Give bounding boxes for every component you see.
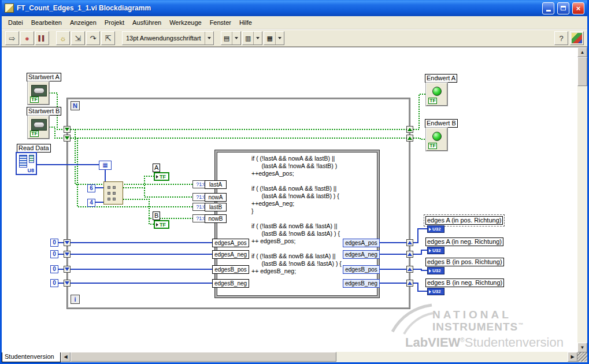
menu-anzeigen[interactable]: Anzeigen: [66, 17, 101, 28]
zero-constant[interactable]: 0: [50, 279, 58, 287]
shift-register-right-b[interactable]: [406, 135, 413, 142]
step-over-button[interactable]: ↷: [86, 31, 100, 45]
formula-input-edgesA-pos[interactable]: edgesA_pos: [212, 239, 249, 247]
indicator-arrow-icon: [156, 175, 158, 179]
titlebar: FT_Count_Edges_1_1.vi Blockdiagramm ×: [2, 0, 587, 16]
endwert-b-indicator[interactable]: TF: [426, 128, 447, 151]
startwert-b-control[interactable]: TF: [28, 116, 49, 139]
horizontal-scroll-thumb[interactable]: [71, 352, 336, 362]
abort-button[interactable]: ●: [20, 31, 34, 45]
step-out-button[interactable]: ⇱: [101, 31, 115, 45]
help-button[interactable]: ?: [554, 31, 568, 45]
shift-register-right-edgesB-neg[interactable]: [406, 280, 413, 287]
menu-ausfuehren[interactable]: Ausführen: [128, 17, 165, 28]
formula-input-edgesA-neg[interactable]: edgesA_neg: [212, 250, 249, 259]
formula-output-edgesA-pos[interactable]: edgesA_pos: [343, 239, 380, 247]
zero-constant[interactable]: 0: [50, 265, 58, 273]
formula-output-edgesB-neg[interactable]: edgesB_neg: [343, 279, 380, 288]
led-icon: [432, 87, 442, 96]
array-function-icon[interactable]: ▦: [99, 161, 112, 170]
run-icon: ⇨: [9, 34, 16, 43]
vertical-scrollbar[interactable]: ▲ ▼: [577, 47, 587, 352]
endwert-a-indicator[interactable]: TF: [426, 83, 447, 106]
formula-input-edgesB-neg[interactable]: edgesB_neg: [212, 279, 249, 288]
index-constant-4[interactable]: 4: [87, 199, 95, 207]
loop-count-terminal[interactable]: N: [71, 101, 80, 110]
formula-output-edgesB-pos[interactable]: edgesB_pos: [343, 265, 380, 274]
distribute-objects-dropdown[interactable]: ▥: [242, 31, 262, 45]
read-data-control[interactable]: U8: [16, 152, 37, 175]
align-objects-dropdown[interactable]: ▤: [221, 31, 241, 45]
resize-objects-dropdown[interactable]: ▦: [264, 31, 284, 45]
formula-input-lastB[interactable]: lastB: [205, 203, 227, 211]
edges-a-pos-label: edges A (in pos. Richtung): [425, 216, 503, 225]
edges-a-pos-terminal[interactable]: U32: [427, 225, 444, 233]
menu-hilfe[interactable]: Hilfe: [235, 17, 256, 28]
formula-output-edgesA-neg[interactable]: edgesA_neg: [343, 250, 380, 259]
edges-a-neg-terminal[interactable]: U32: [427, 247, 444, 254]
block-diagram-canvas[interactable]: NATIONAL INSTRUMENTS™ LabVIEW®Studentenv…: [2, 47, 577, 352]
index-array-function[interactable]: [103, 181, 123, 205]
shift-register-left-edgesA-neg[interactable]: [64, 251, 71, 258]
slide-switch-icon: [31, 119, 47, 131]
indicator-arrow-icon: [429, 269, 431, 273]
index-constant-6[interactable]: 6: [87, 184, 95, 192]
loop-iteration-terminal[interactable]: i: [71, 295, 80, 304]
zero-constant[interactable]: 0: [50, 239, 58, 247]
resize-grip[interactable]: [577, 352, 587, 362]
distribute-objects-icon: ▥: [243, 35, 253, 42]
menubar: Datei Bearbeiten Anzeigen Projekt Ausfüh…: [2, 16, 587, 29]
boolean-type-label: TF: [30, 131, 39, 137]
zero-constant[interactable]: 0: [50, 250, 58, 258]
edges-b-neg-terminal[interactable]: U32: [427, 288, 444, 295]
arrow-up-icon: ▲: [580, 50, 585, 55]
horizontal-scrollbar[interactable]: [71, 352, 568, 362]
shift-register-left-edgesB-pos[interactable]: [64, 266, 71, 273]
maximize-button[interactable]: [557, 2, 569, 14]
slide-switch-icon: [31, 85, 47, 96]
menu-projekt[interactable]: Projekt: [101, 17, 128, 28]
edges-b-pos-terminal[interactable]: U32: [427, 267, 444, 274]
formula-input-nowB[interactable]: nowB: [205, 214, 227, 223]
ni-logo-button[interactable]: [570, 31, 584, 45]
menu-datei[interactable]: Datei: [4, 17, 27, 28]
shift-register-right-edgesA-neg[interactable]: [406, 251, 413, 258]
boolean-type-label: TF: [30, 96, 39, 103]
scroll-down-button[interactable]: ▼: [577, 343, 587, 352]
scroll-left-button[interactable]: ◀: [61, 352, 71, 362]
menu-bearbeiten[interactable]: Bearbeiten: [27, 17, 66, 28]
edition-tab: Studentenversion: [2, 352, 61, 362]
block-diagram-workspace: NATIONAL INSTRUMENTS™ LabVIEW®Studentenv…: [2, 47, 587, 352]
vertical-scroll-thumb[interactable]: [577, 57, 587, 86]
run-button[interactable]: ⇨: [5, 31, 19, 45]
shift-register-right-edgesA-pos[interactable]: [406, 239, 413, 246]
startwert-b-label: Startwert B: [27, 107, 61, 116]
b-indicator-terminal[interactable]: TF: [154, 220, 169, 229]
help-icon: ?: [559, 34, 563, 43]
highlight-execution-button[interactable]: ☼: [56, 31, 70, 45]
startwert-a-control[interactable]: TF: [28, 81, 49, 105]
close-button[interactable]: ×: [572, 2, 584, 14]
menu-werkzeuge[interactable]: Werkzeuge: [165, 17, 205, 28]
formula-input-nowA[interactable]: nowA: [205, 193, 227, 202]
scroll-right-button[interactable]: ▶: [568, 352, 577, 362]
shift-register-left-edgesB-neg[interactable]: [64, 280, 71, 287]
shift-register-left-b[interactable]: [64, 135, 71, 142]
formula-input-edgesB-pos[interactable]: edgesB_pos: [212, 265, 249, 274]
formula-input-lastA[interactable]: lastA: [205, 180, 227, 189]
pause-button[interactable]: ▌▌: [35, 31, 49, 45]
arrow-right-icon: ▶: [571, 354, 574, 359]
shift-register-left-a[interactable]: [64, 126, 71, 133]
font-settings-dropdown[interactable]: 13pt Anwendungsschriftart: [122, 31, 214, 45]
step-into-button[interactable]: ⇲: [71, 31, 85, 45]
shift-register-right-a[interactable]: [406, 126, 413, 133]
formula-node-code[interactable]: if ( (!lastA && nowA && lastB) || (lastA…: [251, 155, 342, 275]
shift-down-icon: [65, 128, 69, 131]
edges-b-pos-label: edges B (in pos. Richtung): [425, 258, 504, 266]
minimize-button[interactable]: [542, 2, 554, 14]
shift-register-right-edgesB-pos[interactable]: [406, 266, 413, 273]
shift-register-left-edgesA-pos[interactable]: [64, 239, 71, 246]
a-indicator-terminal[interactable]: TF: [154, 172, 169, 181]
scroll-up-button[interactable]: ▲: [577, 47, 587, 57]
menu-fenster[interactable]: Fenster: [206, 17, 235, 28]
